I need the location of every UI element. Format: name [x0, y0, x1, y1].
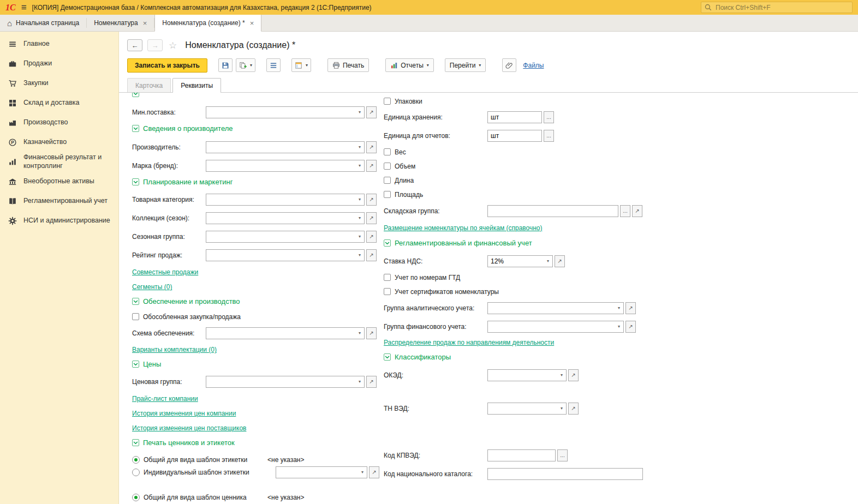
radio-common-pricetag-template[interactable]: Общий для вида шаблон ценника <не указан… — [132, 491, 305, 503]
dropdown-icon[interactable]: ▾ — [355, 231, 364, 242]
section-supply[interactable]: Обеспечение и производство — [132, 297, 240, 306]
sidebar-item-regulated[interactable]: Регламентированный учет — [0, 191, 118, 211]
oked-input[interactable]: ▾ — [487, 369, 567, 381]
open-button[interactable]: ↗ — [366, 249, 377, 261]
attach-button[interactable] — [502, 58, 516, 72]
brand-input[interactable]: ▾ — [206, 160, 365, 172]
individual-template-input[interactable]: ▾ — [276, 466, 367, 478]
save-button[interactable] — [218, 58, 233, 72]
sidebar-item-admin[interactable]: НСИ и администрирование — [0, 211, 118, 231]
link-cells-placement[interactable]: Размещение номенклатуры по ячейкам (спра… — [384, 224, 543, 232]
open-button[interactable]: ↗ — [568, 403, 579, 415]
section-classifiers[interactable]: Классификаторы — [384, 352, 451, 362]
dropdown-icon[interactable]: ▾ — [615, 303, 623, 314]
supply-scheme-input[interactable]: ▾ — [206, 327, 365, 339]
manufacturer-input[interactable]: ▾ — [206, 141, 365, 153]
sidebar-item-warehouse[interactable]: Склад и доставка — [0, 93, 118, 113]
kpved-input[interactable] — [487, 449, 556, 461]
collection-input[interactable]: ▾ — [206, 212, 365, 224]
dropdown-icon[interactable]: ▾ — [358, 467, 367, 478]
open-button[interactable]: ↗ — [366, 194, 377, 206]
open-button[interactable]: ↗ — [625, 302, 636, 314]
open-button[interactable]: ↗ — [369, 466, 379, 478]
section-planning[interactable]: Планирование и маркетинг — [132, 177, 233, 187]
sidebar-item-finance[interactable]: Финансовый результат и контроллинг — [0, 152, 118, 172]
dropdown-icon[interactable]: ▾ — [355, 107, 364, 118]
sidebar-item-treasury[interactable]: P Казначейство — [0, 133, 118, 152]
open-button[interactable]: ↗ — [366, 141, 377, 153]
select-button[interactable]: ... — [544, 111, 554, 123]
goto-button[interactable]: Перейти▾ — [445, 58, 486, 72]
open-button[interactable]: ↗ — [555, 255, 565, 267]
form-settings-menu-button[interactable]: ▾ — [291, 58, 311, 72]
dropdown-icon[interactable]: ▾ — [355, 160, 364, 171]
open-button[interactable]: ↗ — [366, 212, 377, 224]
section-manufacturer[interactable]: Сведения о производителе — [132, 124, 233, 133]
open-button[interactable]: ↗ — [366, 160, 377, 172]
price-group-input[interactable]: ▾ — [206, 376, 365, 388]
reports-button[interactable]: Отчеты▾ — [385, 58, 434, 72]
checkbox-length[interactable]: Длина — [384, 176, 414, 184]
show-in-list-button[interactable] — [266, 58, 281, 72]
storage-unit-input[interactable]: шт — [487, 111, 542, 123]
favorite-star-icon[interactable]: ☆ — [169, 41, 177, 50]
files-link[interactable]: Файлы — [523, 62, 544, 69]
dropdown-icon[interactable]: ▾ — [557, 370, 566, 381]
link-price-list[interactable]: Прайс-лист компании — [132, 395, 198, 403]
tab-home[interactable]: ⌂ Начальная страница — [0, 15, 86, 31]
min-supply-input[interactable]: ▾ — [206, 106, 365, 118]
close-icon[interactable]: × — [143, 20, 147, 27]
forward-button[interactable]: → — [147, 39, 163, 51]
tab-card[interactable]: Карточка — [127, 78, 171, 92]
close-icon[interactable]: × — [250, 20, 254, 27]
dropdown-icon[interactable]: ▾ — [355, 142, 364, 153]
section-regulated-accounting[interactable]: Регламентированный и финансовый учет — [384, 238, 532, 248]
global-search[interactable] — [701, 2, 853, 13]
link-sales-distribution[interactable]: Распределение продаж по направлениям дея… — [384, 339, 554, 346]
main-menu-icon[interactable]: ≡ — [21, 3, 27, 12]
checkbox-weight[interactable]: Вес — [384, 148, 406, 156]
category-input[interactable]: ▾ — [206, 194, 365, 206]
open-button[interactable]: ↗ — [366, 106, 377, 118]
select-button[interactable]: ... — [620, 205, 630, 217]
open-button[interactable]: ↗ — [366, 376, 377, 388]
vat-rate-input[interactable]: 12%▾ — [487, 255, 553, 267]
open-button[interactable]: ↗ — [568, 369, 579, 381]
sidebar-item-purchases[interactable]: Закупки — [0, 74, 118, 93]
section-prices[interactable]: Цены — [132, 359, 161, 369]
dropdown-icon[interactable]: ▾ — [355, 250, 364, 261]
sales-rating-input[interactable]: ▾ — [206, 249, 365, 261]
checkbox-volume[interactable]: Объем — [384, 162, 415, 170]
open-button[interactable]: ↗ — [366, 231, 377, 243]
checkbox-gtd[interactable]: Учет по номерам ГТД — [384, 273, 460, 281]
open-button[interactable]: ↗ — [366, 327, 377, 339]
dropdown-icon[interactable]: ▾ — [544, 256, 552, 267]
link-price-history-company[interactable]: История изменения цен компании — [132, 410, 236, 417]
financial-group-input[interactable]: ▾ — [487, 321, 624, 333]
open-button[interactable]: ↗ — [625, 321, 636, 333]
season-group-input[interactable]: ▾ — [206, 231, 365, 243]
open-button[interactable]: ↗ — [632, 205, 642, 217]
checkbox-packaging[interactable]: Упаковки — [384, 97, 422, 105]
link-joint-sales[interactable]: Совместные продажи — [132, 268, 198, 276]
dropdown-icon[interactable]: ▾ — [615, 321, 623, 332]
tab-nomenklatura-create[interactable]: Номенклатура (создание) * × — [154, 15, 261, 32]
sidebar-item-main[interactable]: Главное — [0, 34, 118, 54]
select-button[interactable]: ... — [544, 130, 554, 142]
save-create-menu-button[interactable]: ▾ — [236, 58, 255, 72]
dropdown-icon[interactable]: ▾ — [355, 328, 364, 339]
search-input[interactable] — [714, 3, 849, 12]
section-labels-printing[interactable]: Печать ценников и этикеток — [132, 438, 235, 447]
dropdown-icon[interactable]: ▾ — [355, 213, 364, 224]
checkbox-separate-purchase[interactable]: Обособленная закупка/продажа — [132, 313, 241, 321]
save-and-close-button[interactable]: Записать и закрыть — [127, 58, 207, 73]
national-catalog-input[interactable] — [487, 468, 643, 480]
back-button[interactable]: ← — [127, 39, 142, 51]
checkbox-certificates[interactable]: Учет сертификатов номенклатуры — [384, 287, 499, 296]
radio-common-label-template[interactable]: Общий для вида шаблон этикетки <не указа… — [132, 453, 305, 466]
dropdown-icon[interactable]: ▾ — [355, 194, 364, 205]
print-button[interactable]: Печать — [327, 58, 369, 72]
link-kit-variants[interactable]: Варианты комплектации (0) — [132, 346, 217, 353]
analytical-group-input[interactable]: ▾ — [487, 302, 624, 314]
tab-nomenklatura-list[interactable]: Номенклатура × — [87, 15, 154, 31]
